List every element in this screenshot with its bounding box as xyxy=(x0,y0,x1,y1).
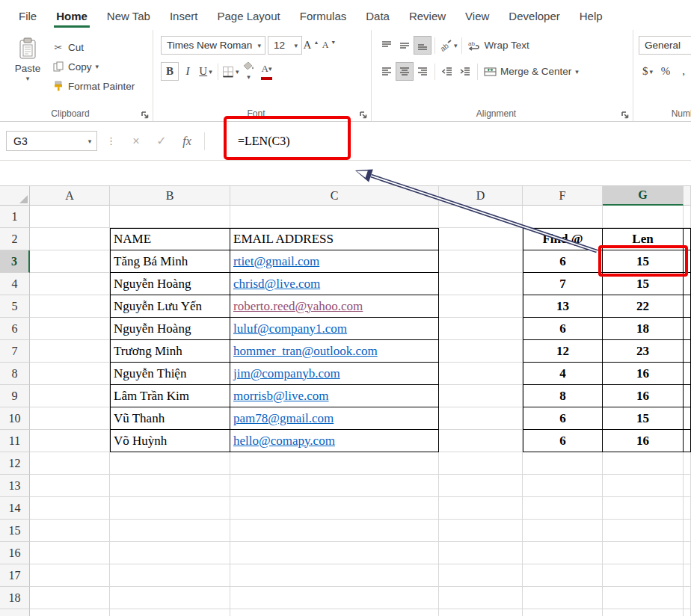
cell-B13[interactable] xyxy=(110,475,230,497)
cell-H16[interactable] xyxy=(684,542,691,564)
row-header-5[interactable]: 5 xyxy=(0,295,30,318)
percent-style-button[interactable]: % xyxy=(657,62,675,81)
font-name-combobox[interactable]: Times New Roman ▾ xyxy=(161,36,265,55)
cell-G4[interactable]: 15 xyxy=(603,273,684,295)
name-box[interactable]: G3 ▾ xyxy=(6,131,97,151)
cell-A19[interactable] xyxy=(30,609,110,616)
column-header-A[interactable]: A xyxy=(30,186,110,206)
cell-C6[interactable]: luluf@company1.com xyxy=(230,318,439,340)
cell-D10[interactable] xyxy=(439,407,523,430)
email-link[interactable]: roberto.reed@yahoo.com xyxy=(233,299,363,314)
orientation-button[interactable]: ab ▾ xyxy=(438,36,458,55)
cell-A6[interactable] xyxy=(30,318,110,340)
cell-H17[interactable] xyxy=(684,564,691,587)
cell-B15[interactable] xyxy=(110,520,230,542)
cell-H18[interactable] xyxy=(684,587,691,609)
cell-C9[interactable]: morrisb@live.com xyxy=(230,385,439,407)
cell-G19[interactable] xyxy=(603,609,684,616)
cell-D15[interactable] xyxy=(439,520,523,542)
cell-C15[interactable] xyxy=(230,520,439,542)
select-all-corner[interactable] xyxy=(0,186,30,206)
cell-A10[interactable] xyxy=(30,407,110,430)
cell-F9[interactable]: 8 xyxy=(523,385,603,407)
cell-A18[interactable] xyxy=(30,587,110,609)
cell-G9[interactable]: 16 xyxy=(603,385,684,407)
tab-page-layout[interactable]: Page Layout xyxy=(207,3,289,30)
row-header-3[interactable]: 3 xyxy=(0,250,30,273)
cell-F8[interactable]: 4 xyxy=(523,363,603,385)
cell-F12[interactable] xyxy=(523,452,603,475)
cell-H14[interactable] xyxy=(684,497,691,520)
alignment-dialog-launcher-icon[interactable] xyxy=(621,109,630,118)
cell-A4[interactable] xyxy=(30,273,110,295)
align-center-button[interactable] xyxy=(396,62,414,81)
align-left-button[interactable] xyxy=(378,62,396,81)
row-header-4[interactable]: 4 xyxy=(0,273,30,295)
tab-data[interactable]: Data xyxy=(356,3,399,30)
cell-G1[interactable] xyxy=(603,206,684,228)
column-header-F[interactable]: F xyxy=(523,186,603,206)
cell-G12[interactable] xyxy=(603,452,684,475)
cell-H6[interactable] xyxy=(684,318,691,340)
cell-F13[interactable] xyxy=(523,475,603,497)
cell-F7[interactable]: 12 xyxy=(523,340,603,363)
cell-D2[interactable] xyxy=(439,228,523,250)
cell-A7[interactable] xyxy=(30,340,110,363)
tab-home[interactable]: Home xyxy=(46,3,97,30)
email-link[interactable]: morrisb@live.com xyxy=(233,389,329,404)
cell-G18[interactable] xyxy=(603,587,684,609)
cell-G7[interactable]: 23 xyxy=(603,340,684,363)
cell-A15[interactable] xyxy=(30,520,110,542)
cell-F17[interactable] xyxy=(523,564,603,587)
formula-bar-handle[interactable]: ⋮ xyxy=(106,135,116,147)
cell-B17[interactable] xyxy=(110,564,230,587)
cell-C14[interactable] xyxy=(230,497,439,520)
cell-H15[interactable] xyxy=(684,520,691,542)
cell-B16[interactable] xyxy=(110,542,230,564)
cell-C7[interactable]: hommer_tran@outlook.com xyxy=(230,340,439,363)
cell-D5[interactable] xyxy=(439,295,523,318)
cell-B2[interactable]: NAME xyxy=(110,228,230,250)
cut-button[interactable]: ✂ Cut xyxy=(52,37,135,57)
cell-H10[interactable] xyxy=(684,407,691,430)
cell-A16[interactable] xyxy=(30,542,110,564)
copy-button[interactable]: Copy ▾ xyxy=(52,57,135,76)
insert-function-button[interactable]: fx xyxy=(174,135,200,148)
cell-C1[interactable] xyxy=(230,206,439,228)
cell-F2[interactable]: Find @ xyxy=(523,228,603,250)
tab-insert[interactable]: Insert xyxy=(160,3,208,30)
cell-A12[interactable] xyxy=(30,452,110,475)
cell-G10[interactable]: 15 xyxy=(603,407,684,430)
cell-C11[interactable]: hello@comapy.com xyxy=(230,430,439,452)
cell-B7[interactable]: Trương Minh xyxy=(110,340,230,363)
font-color-button[interactable]: A ▾ xyxy=(258,62,276,81)
confirm-entry-button[interactable]: ✓ xyxy=(149,134,174,148)
column-header-partial[interactable] xyxy=(684,186,691,206)
cell-B6[interactable]: Nguyễn Hoàng xyxy=(110,318,230,340)
cell-D16[interactable] xyxy=(439,542,523,564)
cell-F4[interactable]: 7 xyxy=(523,273,603,295)
cell-H19[interactable] xyxy=(684,609,691,616)
tab-file[interactable]: File xyxy=(9,3,46,30)
increase-indent-button[interactable] xyxy=(456,62,474,81)
cell-A3[interactable] xyxy=(30,250,110,273)
row-header-13[interactable]: 13 xyxy=(0,475,30,497)
cell-D3[interactable] xyxy=(439,250,523,273)
cell-B19[interactable] xyxy=(110,609,230,616)
cell-A14[interactable] xyxy=(30,497,110,520)
cell-C12[interactable] xyxy=(230,452,439,475)
cell-D13[interactable] xyxy=(439,475,523,497)
clipboard-dialog-launcher-icon[interactable] xyxy=(141,109,150,118)
cell-F6[interactable]: 6 xyxy=(523,318,603,340)
cell-F11[interactable]: 6 xyxy=(523,430,603,452)
tab-review[interactable]: Review xyxy=(399,3,455,30)
cell-H4[interactable] xyxy=(684,273,691,295)
row-header-8[interactable]: 8 xyxy=(0,363,30,385)
row-header-18[interactable]: 18 xyxy=(0,587,30,609)
cell-F14[interactable] xyxy=(523,497,603,520)
decrease-font-size-button[interactable]: A▼ xyxy=(320,36,338,55)
cell-F1[interactable] xyxy=(523,206,603,228)
cell-F3[interactable]: 6 xyxy=(523,250,603,273)
row-header-7[interactable]: 7 xyxy=(0,340,30,363)
formula-bar-input[interactable]: =LEN(C3) xyxy=(238,135,289,148)
